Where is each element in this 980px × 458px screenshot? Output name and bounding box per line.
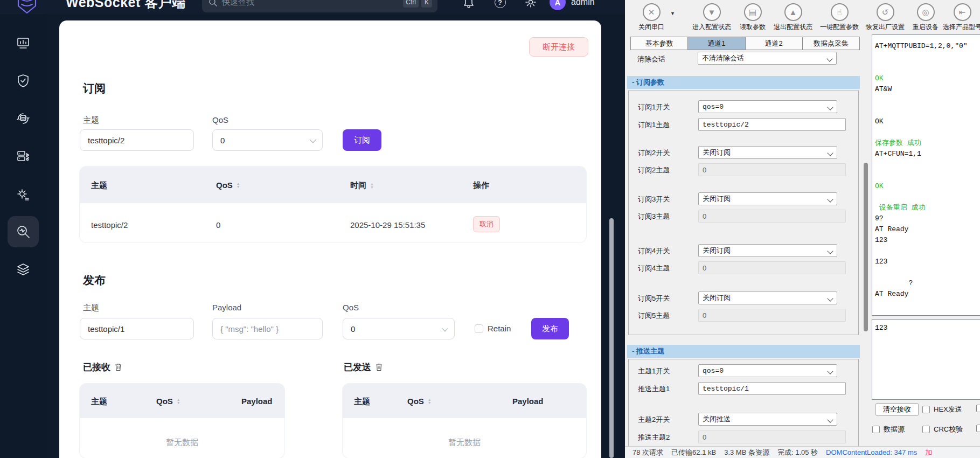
search-input[interactable]: 快速查找 Ctrl K (202, 0, 437, 12)
terminal-line: 123 (875, 256, 980, 267)
publish-button[interactable]: 发布 (531, 318, 569, 339)
param-select[interactable]: 关闭订阅 (698, 192, 837, 205)
server-share-icon (16, 149, 30, 163)
data-source-checkbox[interactable]: 数据源 (872, 425, 905, 434)
clear-receive-button[interactable]: 清空接收 (875, 403, 919, 416)
tab-2[interactable]: 通道1 (687, 37, 745, 50)
serial-config-tool: ✕关闭串口▼进入配置状态▤读取参数▲退出配置状态☝一键配置参数↺恢复出厂设置◎重… (625, 0, 980, 458)
cancel-subscription-button[interactable]: 取消 (473, 216, 500, 232)
param-input: 0 (698, 431, 846, 443)
subscribe-qos-select[interactable]: 0 (212, 129, 323, 151)
trash-icon[interactable] (115, 363, 122, 371)
param-select[interactable]: qos=0 (698, 100, 837, 113)
terminal-line (875, 267, 980, 278)
sidebar-item-security[interactable] (10, 68, 36, 94)
checkbox-icon (475, 324, 483, 333)
param-label: 订阅4开关 (638, 246, 670, 256)
param-select[interactable]: 关闭推送 (698, 413, 837, 426)
param-row: 推送主题1testtopic/1 (629, 382, 858, 395)
app-logo-icon (16, 0, 38, 14)
shortcut-key-k: K (421, 0, 432, 8)
enter-config-icon: ▼ (703, 3, 721, 21)
close-serial-icon: ✕ (643, 3, 661, 21)
col-qos[interactable]: QoS▲▼ (216, 181, 240, 190)
sidebar-item-database[interactable] (10, 106, 36, 131)
trash-icon[interactable] (376, 363, 383, 371)
tab-1[interactable]: 基本参数 (630, 37, 688, 50)
push-topics-header[interactable]: - 推送主题 (627, 345, 860, 358)
page-scrollbar[interactable] (609, 218, 614, 458)
clear-session-select[interactable]: 不清清除会话 (698, 52, 837, 65)
sidebar-item-settings[interactable] (10, 182, 36, 207)
col-time[interactable]: 时间▲▼ (350, 181, 374, 191)
sort-icon[interactable]: ▲▼ (370, 183, 374, 189)
top-header: WebSocket 客户端 快速查找 Ctrl K ? (0, 0, 625, 14)
tab-3[interactable]: 通道2 (745, 37, 803, 50)
send-input[interactable]: 123 (872, 319, 980, 400)
websocket-client-page: WebSocket 客户端 快速查找 Ctrl K ? (0, 0, 625, 458)
sort-icon[interactable]: ▲▼ (237, 182, 240, 189)
empty-state: 暂无数据 (343, 438, 586, 448)
param-input: 0 (698, 163, 846, 176)
subscribe-topic-input[interactable]: testtopic/2 (80, 129, 194, 151)
sidebar-item-monitor[interactable] (10, 219, 36, 245)
username-label: admin (571, 0, 595, 14)
retain-checkbox[interactable]: Retain (475, 324, 511, 333)
cell-topic: testtopic/2 (91, 220, 128, 230)
terminal-line: AT Ready (875, 224, 980, 235)
param-label: 推送主题1 (638, 384, 670, 394)
subscribe-button[interactable]: 订阅 (343, 129, 381, 151)
param-label: 订阅1主题 (638, 120, 670, 130)
sidebar-item-layers[interactable] (10, 256, 36, 282)
sidebar-item-server[interactable] (10, 143, 36, 169)
status-segment: 已传输62.1 kB (671, 448, 716, 457)
toolbar-select-product-button[interactable]: ⇤选择产品型号 (938, 3, 980, 32)
toolbar-close-serial-button[interactable]: ✕关闭串口 (627, 3, 676, 32)
user-avatar[interactable]: A (550, 0, 566, 10)
notification-bell-icon[interactable] (462, 0, 475, 9)
terminal-line (875, 192, 980, 203)
param-label: 主题2开关 (638, 415, 670, 425)
param-row: 订阅5开关关闭订阅 (629, 292, 858, 304)
toolbar-one-key-config-button[interactable]: ☝一键配置参数 (815, 3, 864, 32)
publish-topic-input[interactable]: testtopic/1 (80, 318, 194, 339)
help-icon[interactable]: ? (494, 0, 506, 9)
publish-qos-select[interactable]: 0 (343, 318, 455, 339)
param-select[interactable]: 关闭订阅 (698, 292, 837, 304)
terminal-line (875, 52, 980, 63)
toolbar-exit-config-button[interactable]: ▲退出配置状态 (769, 3, 817, 32)
publish-payload-label: Payload (212, 303, 241, 312)
subscriptions-table: 主题 QoS▲▼ 时间▲▼ 操作 testtopic/2 0 2025-10-2… (80, 166, 586, 242)
param-select[interactable]: qos=0 (698, 364, 837, 377)
serial-port-dropdown-caret[interactable]: ▼ (670, 11, 675, 16)
terminal-line: AT&W (875, 84, 980, 95)
subscribe-topic-label: 主题 (83, 115, 99, 126)
col-action: 操作 (473, 181, 489, 191)
param-input: 0 (698, 309, 846, 322)
sent-heading: 已发送 (344, 361, 383, 373)
cell-qos: 0 (216, 220, 220, 230)
disconnect-button[interactable]: 断开连接 (529, 37, 588, 57)
publish-payload-input[interactable]: { "msg": "hello" } (212, 318, 323, 339)
param-input[interactable]: testtopic/2 (698, 118, 846, 131)
cut-checkbox[interactable] (976, 425, 980, 432)
terminal-line: OK (875, 181, 980, 192)
sidebar-item-dashboard[interactable] (10, 30, 36, 56)
param-input[interactable]: testtopic/1 (698, 382, 846, 395)
param-select[interactable]: 关闭订阅 (698, 146, 837, 159)
cut-checkbox[interactable] (976, 405, 980, 412)
gear-doc-icon (16, 188, 30, 202)
hex-send-checkbox[interactable]: HEX发送 (922, 405, 962, 414)
status-segment: 3.3 MB 条资源 (724, 448, 769, 457)
tab-4[interactable]: 数据点采集 (802, 37, 860, 50)
param-select[interactable]: 关闭订阅 (698, 244, 837, 257)
form-scrollbar[interactable] (864, 163, 868, 331)
crc-check-checkbox[interactable]: CRC校验 (922, 425, 963, 434)
subscribe-heading: 订阅 (83, 81, 106, 96)
terminal-output[interactable]: AT+MQTTPUBID=1,2,0,"0" OKAT&W OK 保存参数 成功… (872, 34, 980, 316)
page-title: WebSocket 客户端 (66, 0, 186, 14)
param-row: 订阅2主题0 (629, 163, 858, 176)
sort-icon: ▲▼ (428, 398, 432, 405)
gear-icon[interactable] (524, 0, 537, 9)
subscribe-params-header[interactable]: - 订阅参数 (627, 76, 860, 89)
